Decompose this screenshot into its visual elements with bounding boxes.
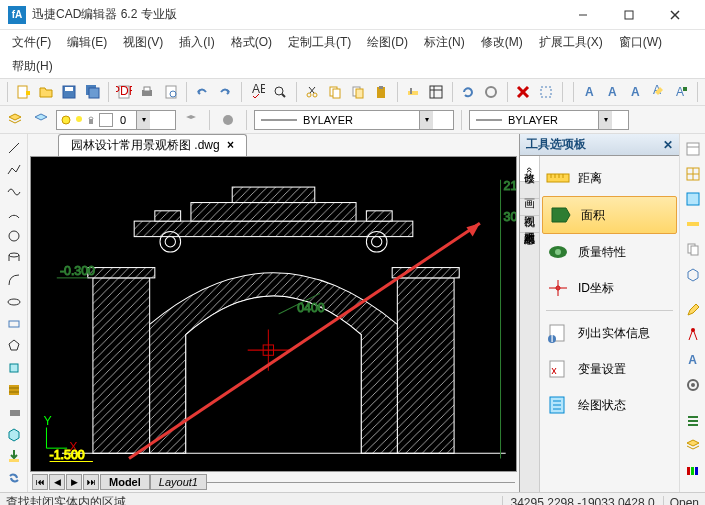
preview-icon[interactable] bbox=[160, 81, 181, 103]
lineweight-input[interactable] bbox=[504, 114, 598, 126]
menu-edit[interactable]: 编辑(E) bbox=[61, 32, 113, 53]
list-icon[interactable] bbox=[682, 410, 704, 432]
palette-icon[interactable] bbox=[682, 460, 704, 482]
layer-state-icon[interactable] bbox=[30, 109, 52, 131]
open-icon[interactable] bbox=[36, 81, 57, 103]
canvas[interactable]: 210 300 -0.300 0400 X bbox=[30, 156, 517, 472]
layer-combo[interactable]: ▾ bbox=[56, 110, 176, 130]
tool-area[interactable]: 面积 bbox=[542, 196, 677, 234]
spellcheck-icon[interactable]: ABC bbox=[247, 81, 268, 103]
tab-model[interactable]: Model bbox=[100, 474, 150, 490]
maximize-button[interactable] bbox=[607, 1, 651, 29]
tab-close-icon[interactable]: × bbox=[227, 138, 234, 152]
polyline-icon[interactable] bbox=[3, 160, 25, 180]
menu-expand[interactable]: 扩展工具(X) bbox=[533, 32, 609, 53]
layer-tool-icon[interactable] bbox=[180, 109, 202, 131]
text-edit-icon[interactable]: A bbox=[648, 81, 669, 103]
minimize-button[interactable] bbox=[561, 1, 605, 29]
menu-annotate[interactable]: 标注(N) bbox=[418, 32, 471, 53]
pipe-icon[interactable] bbox=[3, 248, 25, 268]
ellipse-icon[interactable] bbox=[3, 292, 25, 312]
arc-icon[interactable] bbox=[3, 204, 25, 224]
menu-insert[interactable]: 插入(I) bbox=[173, 32, 220, 53]
copyclip-icon[interactable] bbox=[348, 81, 369, 103]
paste-icon[interactable] bbox=[371, 81, 392, 103]
print-icon[interactable] bbox=[137, 81, 158, 103]
menu-modify[interactable]: 修改(M) bbox=[475, 32, 529, 53]
tool-status[interactable]: 绘图状态 bbox=[540, 387, 679, 423]
lineweight-dropdown-arrow[interactable]: ▾ bbox=[598, 111, 612, 129]
spline-icon[interactable] bbox=[3, 182, 25, 202]
tab-nav-next[interactable]: ▶ bbox=[66, 474, 82, 490]
menu-window[interactable]: 窗口(W) bbox=[613, 32, 668, 53]
redo-icon[interactable] bbox=[215, 81, 236, 103]
3d-icon[interactable] bbox=[3, 424, 25, 444]
layers2-icon[interactable] bbox=[682, 435, 704, 457]
tab-nav-first[interactable]: ⏮ bbox=[32, 474, 48, 490]
solid-icon[interactable] bbox=[3, 402, 25, 422]
grid-icon[interactable] bbox=[682, 163, 704, 185]
hatch-icon[interactable] bbox=[3, 380, 25, 400]
polygon-icon[interactable] bbox=[3, 336, 25, 356]
linetype-combo[interactable]: ▾ bbox=[254, 110, 454, 130]
vtab-modify[interactable]: 修改 « bbox=[520, 156, 539, 182]
copy2-icon[interactable] bbox=[682, 238, 704, 260]
pdf-icon[interactable]: PDF bbox=[114, 81, 135, 103]
tab-nav-prev[interactable]: ◀ bbox=[49, 474, 65, 490]
copyprops-icon[interactable] bbox=[403, 81, 424, 103]
tab-nav-last[interactable]: ⏭ bbox=[83, 474, 99, 490]
tool-vars[interactable]: 变量设置 bbox=[540, 351, 679, 387]
copy-icon[interactable] bbox=[325, 81, 346, 103]
menu-file[interactable]: 文件(F) bbox=[6, 32, 57, 53]
text-tool2-icon[interactable]: A bbox=[682, 349, 704, 371]
linetype-input[interactable] bbox=[299, 114, 419, 126]
tool-distance[interactable]: 距离 bbox=[540, 160, 679, 196]
save-icon[interactable] bbox=[59, 81, 80, 103]
props-icon[interactable] bbox=[682, 138, 704, 160]
compass-icon[interactable] bbox=[682, 324, 704, 346]
cube-icon[interactable] bbox=[682, 263, 704, 285]
measure-icon[interactable] bbox=[682, 213, 704, 235]
tool-id[interactable]: ID坐标 bbox=[540, 270, 679, 306]
text-tool-icon[interactable]: A bbox=[671, 81, 692, 103]
circle-icon[interactable] bbox=[3, 226, 25, 246]
refresh-icon[interactable] bbox=[458, 81, 479, 103]
layer-dropdown-arrow[interactable]: ▾ bbox=[136, 111, 150, 129]
gear-icon[interactable] bbox=[682, 374, 704, 396]
text-a3-icon[interactable]: A bbox=[625, 81, 646, 103]
new-icon[interactable] bbox=[13, 81, 34, 103]
vtab-observe[interactable]: 三维动态观察 bbox=[520, 216, 539, 233]
vtab-draw[interactable]: 画 bbox=[520, 182, 539, 199]
menu-custom[interactable]: 定制工具(T) bbox=[282, 32, 357, 53]
menu-help[interactable]: 帮助(H) bbox=[6, 56, 59, 77]
line-icon[interactable] bbox=[3, 138, 25, 158]
menu-format[interactable]: 格式(O) bbox=[225, 32, 278, 53]
saveall-icon[interactable] bbox=[82, 81, 103, 103]
close-button[interactable] bbox=[653, 1, 697, 29]
cut-icon[interactable] bbox=[302, 81, 323, 103]
refresh2-icon[interactable] bbox=[481, 81, 502, 103]
text-a1-icon[interactable]: A bbox=[579, 81, 600, 103]
linetype-dropdown-arrow[interactable]: ▾ bbox=[419, 111, 433, 129]
menu-view[interactable]: 视图(V) bbox=[117, 32, 169, 53]
layers-icon[interactable] bbox=[426, 81, 447, 103]
viewport-icon[interactable] bbox=[682, 188, 704, 210]
layer-name-input[interactable] bbox=[116, 114, 136, 126]
delete-icon[interactable] bbox=[513, 81, 534, 103]
pencil-icon[interactable] bbox=[682, 299, 704, 321]
find-icon[interactable] bbox=[270, 81, 291, 103]
document-tab[interactable]: 园林设计常用景观桥图 .dwg × bbox=[58, 134, 247, 156]
panel-close-icon[interactable]: ✕ bbox=[663, 138, 673, 152]
sync-icon[interactable] bbox=[3, 468, 25, 488]
tab-layout1[interactable]: Layout1 bbox=[150, 474, 207, 490]
menu-draw[interactable]: 绘图(D) bbox=[361, 32, 414, 53]
tool-mass[interactable]: 质量特性 bbox=[540, 234, 679, 270]
layer-props-icon[interactable] bbox=[4, 109, 26, 131]
color-icon[interactable] bbox=[217, 109, 239, 131]
insert-icon[interactable] bbox=[3, 446, 25, 466]
select-icon[interactable] bbox=[536, 81, 557, 103]
lineweight-combo[interactable]: ▾ bbox=[469, 110, 629, 130]
text-a2-icon[interactable]: A bbox=[602, 81, 623, 103]
tool-entity-info[interactable]: i 列出实体信息 bbox=[540, 315, 679, 351]
curve-icon[interactable] bbox=[3, 270, 25, 290]
